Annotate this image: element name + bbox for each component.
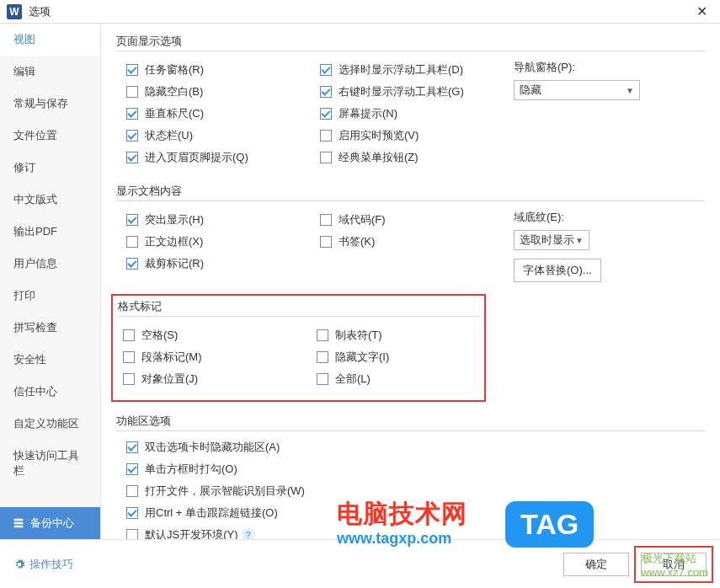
font-substitute-button[interactable]: 字体替换(O)... [514, 259, 601, 282]
field-shading-value: 选取时显示 [520, 233, 574, 248]
sidebar-item-12[interactable]: 自定义功能区 [0, 408, 100, 440]
checkbox-label: 域代码(F) [339, 212, 386, 227]
checkbox-label: 启用实时预览(V) [339, 128, 419, 143]
chk-page-c1-2[interactable]: 垂直标尺(C) [126, 106, 310, 121]
checkbox-icon [126, 64, 138, 76]
backup-icon [12, 516, 25, 530]
checkbox-icon [126, 152, 138, 163]
checkbox-icon [126, 507, 138, 519]
chk-doc-c1-2[interactable]: 裁剪标记(R) [126, 256, 310, 271]
gear-icon [13, 559, 25, 570]
sidebar-item-13[interactable]: 快速访问工具栏 [0, 440, 100, 487]
app-icon: W [7, 4, 22, 19]
nav-pane-label: 导航窗格(P): [514, 60, 672, 75]
sidebar-item-1[interactable]: 编辑 [0, 56, 100, 88]
chk-fmt-c1-1[interactable]: 段落标记(M) [123, 350, 307, 365]
checkbox-label: 隐藏文字(I) [335, 350, 389, 365]
chk-page-c1-3[interactable]: 状态栏(U) [126, 128, 310, 143]
chk-ribbon-1[interactable]: 单击方框时打勾(O) [126, 462, 705, 477]
checkbox-icon [126, 130, 138, 142]
ok-button[interactable]: 确定 [563, 553, 629, 576]
group-format-marks: 格式标记 空格(S)段落标记(M)对象位置(J) 制表符(T)隐藏文字(I)全部… [111, 294, 486, 402]
chk-page-c2-1[interactable]: 右键时显示浮动工具栏(G) [320, 84, 504, 99]
checkbox-label: 进入页眉页脚提示(Q) [145, 150, 248, 165]
backup-center-button[interactable]: 备份中心 [0, 507, 100, 539]
close-icon[interactable]: ✕ [690, 0, 713, 24]
checkbox-icon [317, 329, 328, 341]
chk-ribbon-0[interactable]: 双击选项卡时隐藏功能区(A) [126, 440, 705, 455]
chk-ribbon-3[interactable]: 用Ctrl + 单击跟踪超链接(O) [126, 505, 705, 521]
nav-pane-dropdown[interactable]: 隐藏 ▼ [514, 80, 640, 100]
chk-fmt-c2-0[interactable]: 制表符(T) [317, 328, 500, 343]
checkbox-icon [320, 214, 332, 226]
sidebar-item-10[interactable]: 安全性 [0, 344, 100, 376]
sidebar-item-5[interactable]: 中文版式 [0, 184, 100, 216]
chk-page-c1-4[interactable]: 进入页眉页脚提示(Q) [126, 150, 310, 165]
checkbox-icon [317, 373, 328, 385]
checkbox-icon [123, 329, 135, 341]
chk-fmt-c2-2[interactable]: 全部(L) [317, 372, 500, 387]
chk-page-c1-1[interactable]: 隐藏空白(B) [126, 84, 310, 99]
caret-down-icon: ▼ [575, 236, 584, 245]
checkbox-icon [126, 463, 138, 475]
checkbox-label: 全部(L) [335, 372, 371, 387]
chk-fmt-c2-1[interactable]: 隐藏文字(I) [317, 350, 500, 365]
checkbox-label: 打开文件，展示智能识别目录(W) [145, 484, 305, 499]
checkbox-label: 状态栏(U) [145, 128, 193, 143]
checkbox-label: 经典菜单按钮(Z) [339, 150, 419, 165]
chk-page-c2-4[interactable]: 经典菜单按钮(Z) [320, 150, 504, 165]
backup-label: 备份中心 [30, 516, 74, 531]
sidebar-item-9[interactable]: 拼写检查 [0, 312, 100, 344]
sidebar-item-8[interactable]: 打印 [0, 280, 100, 312]
group-document-content: 显示文档内容 突出显示(H)正文边框(X)裁剪标记(R) 域代码(F)书签(K)… [116, 184, 705, 282]
nav-pane-value: 隐藏 [520, 83, 541, 98]
sidebar-item-4[interactable]: 修订 [0, 152, 100, 184]
group-label: 页面显示选项 [116, 34, 705, 51]
field-shading-dropdown[interactable]: 选取时显示 ▼ [514, 230, 589, 250]
chk-doc-c2-1[interactable]: 书签(K) [320, 234, 504, 249]
checkbox-label: 用Ctrl + 单击跟踪超链接(O) [145, 505, 278, 521]
group-label: 显示文档内容 [116, 184, 705, 201]
checkbox-label: 段落标记(M) [141, 350, 202, 365]
checkbox-label: 任务窗格(R) [145, 62, 204, 78]
sidebar-item-0[interactable]: 视图 [0, 24, 100, 56]
chk-ribbon-4[interactable]: 默认JS开发环境(Y)? [126, 527, 705, 539]
sidebar-item-7[interactable]: 用户信息 [0, 248, 100, 280]
sidebar-item-2[interactable]: 常规与保存 [0, 88, 100, 120]
tips-link[interactable]: 操作技巧 [13, 557, 73, 572]
cancel-button[interactable]: 取消 [641, 553, 707, 576]
checkbox-icon [126, 214, 138, 226]
chk-page-c2-2[interactable]: 屏幕提示(N) [320, 106, 504, 121]
checkbox-label: 裁剪标记(R) [145, 256, 204, 271]
group-ribbon-options: 功能区选项 双击选项卡时隐藏功能区(A)单击方框时打勾(O)打开文件，展示智能识… [116, 414, 705, 539]
chk-fmt-c1-2[interactable]: 对象位置(J) [123, 372, 307, 387]
chk-doc-c1-0[interactable]: 突出显示(H) [126, 212, 310, 227]
chk-doc-c2-0[interactable]: 域代码(F) [320, 212, 504, 227]
checkbox-label: 制表符(T) [335, 328, 382, 343]
sidebar-item-3[interactable]: 文件位置 [0, 120, 100, 152]
chk-fmt-c1-0[interactable]: 空格(S) [123, 328, 307, 343]
chk-doc-c1-1[interactable]: 正文边框(X) [126, 234, 310, 249]
checkbox-icon [126, 108, 138, 120]
checkbox-icon [123, 351, 135, 363]
checkbox-label: 空格(S) [141, 328, 178, 343]
checkbox-label: 选择时显示浮动工具栏(D) [339, 62, 463, 78]
checkbox-label: 对象位置(J) [141, 372, 198, 387]
checkbox-label: 突出显示(H) [145, 212, 204, 227]
checkbox-label: 书签(K) [339, 234, 375, 249]
checkbox-icon [126, 529, 138, 539]
checkbox-icon [320, 152, 332, 163]
sidebar-item-6[interactable]: 输出PDF [0, 216, 100, 248]
chk-page-c2-3[interactable]: 启用实时预览(V) [320, 128, 504, 143]
checkbox-label: 双击选项卡时隐藏功能区(A) [145, 440, 280, 455]
sidebar: 视图编辑常规与保存文件位置修订中文版式输出PDF用户信息打印拼写检查安全性信任中… [0, 24, 101, 539]
checkbox-icon [317, 351, 328, 363]
checkbox-icon [320, 130, 332, 142]
chk-page-c1-0[interactable]: 任务窗格(R) [126, 62, 310, 78]
chk-ribbon-2[interactable]: 打开文件，展示智能识别目录(W) [126, 484, 705, 499]
field-shading-label: 域底纹(E): [514, 210, 672, 225]
help-icon[interactable]: ? [242, 528, 255, 539]
checkbox-icon [320, 236, 332, 248]
chk-page-c2-0[interactable]: 选择时显示浮动工具栏(D) [320, 62, 504, 78]
sidebar-item-11[interactable]: 信任中心 [0, 376, 100, 408]
